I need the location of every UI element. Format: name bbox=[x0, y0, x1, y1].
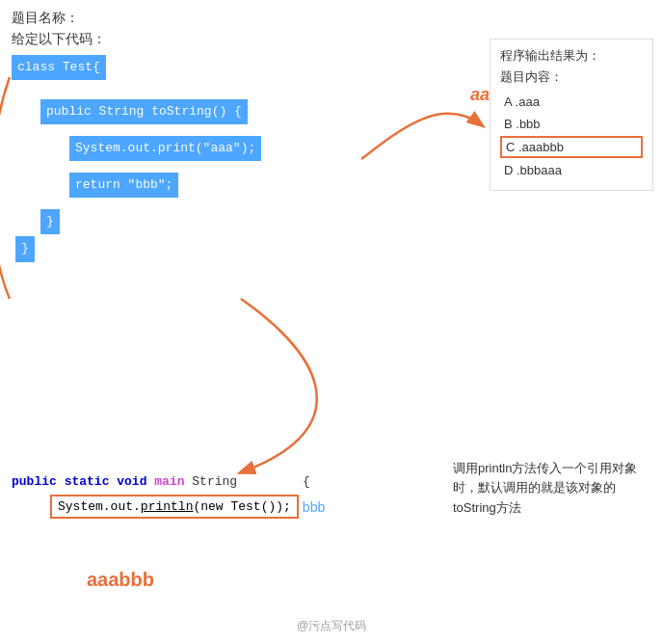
right-panel-title: 程序输出结果为： bbox=[500, 47, 643, 65]
code-line3-text: System.out.print("aaa"); bbox=[69, 136, 261, 161]
annotation-bottom-right: 调用println方法传入一个引用对象时，默认调用的就是该对象的toString… bbox=[453, 459, 655, 519]
option-d[interactable]: D .bbbaaa bbox=[500, 160, 643, 180]
code-line5-text: } bbox=[40, 209, 60, 234]
code-line4-text: return "bbb"; bbox=[69, 173, 178, 198]
bottom-code-section: public static void main String { System.… bbox=[12, 467, 470, 519]
result-label: aaabbb bbox=[87, 569, 154, 591]
system-println-line: System.out.println(new Test()); bbb bbox=[12, 495, 470, 519]
main-rest: String bbox=[192, 474, 237, 489]
code-line2-text: public String toString() { bbox=[40, 99, 248, 124]
code-line1-text: class Test{ bbox=[12, 55, 106, 80]
keyword-main: main bbox=[154, 474, 184, 489]
option-c[interactable]: C .aaabbb bbox=[500, 136, 643, 158]
code-line6-text: } bbox=[15, 236, 35, 261]
println-underline: println bbox=[141, 499, 194, 514]
option-a[interactable]: A .aaa bbox=[500, 92, 643, 112]
code-line-6: } bbox=[15, 235, 651, 262]
option-b[interactable]: B .bbb bbox=[500, 114, 643, 134]
title-label: 题目名称： bbox=[12, 10, 651, 27]
keyword-static: static bbox=[65, 474, 110, 489]
page-container: 题目名称： 给定以下代码： class Test{ public String … bbox=[0, 0, 663, 644]
right-panel: 程序输出结果为： 题目内容： A .aaa B .bbb C .aaabbb D… bbox=[490, 39, 653, 191]
keyword-public: public bbox=[12, 474, 57, 489]
main-line: public static void main String { bbox=[12, 474, 470, 489]
keyword-void: void bbox=[117, 474, 146, 489]
main-brace: { bbox=[303, 474, 310, 489]
code-line-5: } bbox=[40, 208, 651, 235]
annotation-bottom-text: 调用println方法传入一个引用对象时，默认调用的就是该对象的toString… bbox=[453, 461, 637, 516]
watermark: @污点写代码 bbox=[297, 618, 366, 634]
right-panel-subtitle: 题目内容： bbox=[500, 68, 643, 86]
bbb-label: bbb bbox=[303, 499, 325, 515]
code-line-blank4 bbox=[12, 199, 651, 208]
system-println-box: System.out.println(new Test()); bbox=[50, 495, 299, 519]
